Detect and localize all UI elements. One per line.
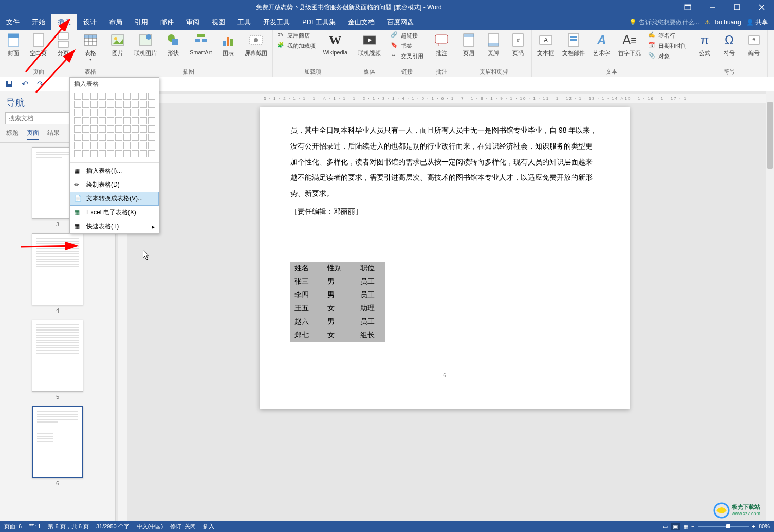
wikipedia-button[interactable]: WWikipedia xyxy=(320,31,351,57)
grid-cell[interactable] xyxy=(123,142,131,149)
app-store-button[interactable]: 🛍应用商店 xyxy=(275,31,318,40)
grid-cell[interactable] xyxy=(90,101,98,108)
tab-pdf-tools[interactable]: PDF工具集 xyxy=(296,14,342,30)
grid-cell[interactable] xyxy=(115,117,122,124)
grid-cell[interactable] xyxy=(115,101,122,108)
nav-tab-results[interactable]: 结果 xyxy=(47,129,60,140)
grid-cell[interactable] xyxy=(99,125,106,133)
share-button[interactable]: 👤 共享 xyxy=(746,18,768,27)
document-body-text[interactable]: 员，其中全日制本科毕业人员只有一人，而且所有人员中无一是图书馆专业毕业，自 98… xyxy=(290,122,599,219)
wordart-button[interactable]: A艺术字 xyxy=(590,31,613,58)
selected-text-table[interactable]: 姓名性别职位 张三男员工 李四男员工 王五女助理 赵六男员工 郑七女组长 xyxy=(290,262,385,342)
thumbnail[interactable]: 6 xyxy=(32,406,83,486)
picture-button[interactable]: 图片 xyxy=(106,31,129,58)
bookmark-button[interactable]: 🔖书签 xyxy=(389,41,426,50)
zoom-in-button[interactable]: + xyxy=(752,523,755,529)
my-addins-button[interactable]: 🧩我的加载项 xyxy=(275,41,318,50)
grid-cell[interactable] xyxy=(132,134,139,141)
grid-cell[interactable] xyxy=(148,125,155,133)
grid-cell[interactable] xyxy=(99,142,106,149)
grid-cell[interactable] xyxy=(99,93,106,100)
grid-cell[interactable] xyxy=(123,125,131,133)
grid-cell[interactable] xyxy=(82,117,89,124)
grid-cell[interactable] xyxy=(140,109,147,116)
shapes-button[interactable]: 形状 xyxy=(162,31,185,58)
grid-cell[interactable] xyxy=(74,109,81,116)
tab-jinshan[interactable]: 金山文档 xyxy=(342,14,381,30)
grid-cell[interactable] xyxy=(107,142,114,149)
status-page[interactable]: 页面: 6 xyxy=(4,523,22,530)
textbox-button[interactable]: A文本框 xyxy=(534,31,557,58)
grid-cell[interactable] xyxy=(99,117,106,124)
tab-view[interactable]: 视图 xyxy=(206,14,231,30)
grid-cell[interactable] xyxy=(148,134,155,141)
grid-cell[interactable] xyxy=(74,150,81,157)
grid-cell[interactable] xyxy=(123,117,131,124)
grid-cell[interactable] xyxy=(99,134,106,141)
tab-home[interactable]: 开始 xyxy=(26,14,51,30)
grid-cell[interactable] xyxy=(74,142,81,149)
screenshot-button[interactable]: 屏幕截图 xyxy=(242,31,270,58)
grid-cell[interactable] xyxy=(74,125,81,133)
grid-cell[interactable] xyxy=(115,150,122,157)
document-area[interactable]: 3 · 1 · 2 · 1 · 1 · 1 · △ · 1 · 1 · 1 · … xyxy=(116,91,774,521)
grid-cell[interactable] xyxy=(90,134,98,141)
grid-cell[interactable] xyxy=(82,134,89,141)
grid-cell[interactable] xyxy=(132,150,139,157)
view-print-layout-icon[interactable]: ▣ xyxy=(671,523,680,530)
crossref-button[interactable]: ↔交叉引用 xyxy=(389,51,426,61)
grid-cell[interactable] xyxy=(148,93,155,100)
grid-cell[interactable] xyxy=(99,150,106,157)
grid-cell[interactable] xyxy=(140,150,147,157)
online-picture-button[interactable]: 联机图片 xyxy=(131,31,160,58)
grid-cell[interactable] xyxy=(107,109,114,116)
grid-cell[interactable] xyxy=(148,150,155,157)
signature-line-button[interactable]: ✍签名行 xyxy=(646,31,689,40)
table-button[interactable]: 表格▾ xyxy=(79,31,102,63)
grid-cell[interactable] xyxy=(74,93,81,100)
grid-cell[interactable] xyxy=(148,101,155,108)
grid-cell[interactable] xyxy=(107,150,114,157)
online-video-button[interactable]: 联机视频 xyxy=(355,31,384,58)
save-button[interactable] xyxy=(4,79,14,89)
view-read-mode-icon[interactable]: ▭ xyxy=(662,523,668,530)
maximize-button[interactable] xyxy=(727,0,747,14)
grid-cell[interactable] xyxy=(90,142,98,149)
grid-cell[interactable] xyxy=(82,142,89,149)
grid-cell[interactable] xyxy=(148,109,155,116)
convert-text-to-table-item[interactable]: 📄文本转换成表格(V)... xyxy=(70,192,159,206)
nav-tab-pages[interactable]: 页面 xyxy=(27,129,39,140)
status-section[interactable]: 节: 1 xyxy=(29,523,41,530)
quick-tables-item[interactable]: ▦快速表格(T)▸ xyxy=(70,219,159,233)
insert-table-item[interactable]: ▦插入表格(I)... xyxy=(70,164,159,178)
pagenum-button[interactable]: #页码 xyxy=(507,31,529,58)
symbol-button[interactable]: Ω符号 xyxy=(718,31,741,58)
status-track[interactable]: 修订: 关闭 xyxy=(170,523,196,530)
table-grid-picker[interactable] xyxy=(70,90,159,161)
tab-references[interactable]: 引用 xyxy=(128,14,154,30)
grid-cell[interactable] xyxy=(90,109,98,116)
comment-button[interactable]: 批注 xyxy=(430,31,453,58)
tab-review[interactable]: 审阅 xyxy=(180,14,206,30)
grid-cell[interactable] xyxy=(140,142,147,149)
tab-tools[interactable]: 工具 xyxy=(231,14,257,30)
grid-cell[interactable] xyxy=(148,142,155,149)
status-insert[interactable]: 插入 xyxy=(203,523,214,530)
grid-cell[interactable] xyxy=(123,101,131,108)
grid-cell[interactable] xyxy=(90,125,98,133)
zoom-out-button[interactable]: − xyxy=(691,523,694,529)
chart-button[interactable]: 图表 xyxy=(217,31,239,58)
grid-cell[interactable] xyxy=(107,101,114,108)
header-button[interactable]: 页眉 xyxy=(457,31,480,58)
grid-cell[interactable] xyxy=(140,125,147,133)
hyperlink-button[interactable]: 🔗超链接 xyxy=(389,31,426,40)
datetime-button[interactable]: 📅日期和时间 xyxy=(646,41,689,50)
grid-cell[interactable] xyxy=(115,142,122,149)
grid-cell[interactable] xyxy=(82,125,89,133)
grid-cell[interactable] xyxy=(132,101,139,108)
redo-button[interactable]: ↷ xyxy=(35,79,45,89)
vertical-scrollbar[interactable] xyxy=(766,91,774,521)
footer-button[interactable]: 页脚 xyxy=(482,31,505,58)
grid-cell[interactable] xyxy=(82,109,89,116)
grid-cell[interactable] xyxy=(115,125,122,133)
